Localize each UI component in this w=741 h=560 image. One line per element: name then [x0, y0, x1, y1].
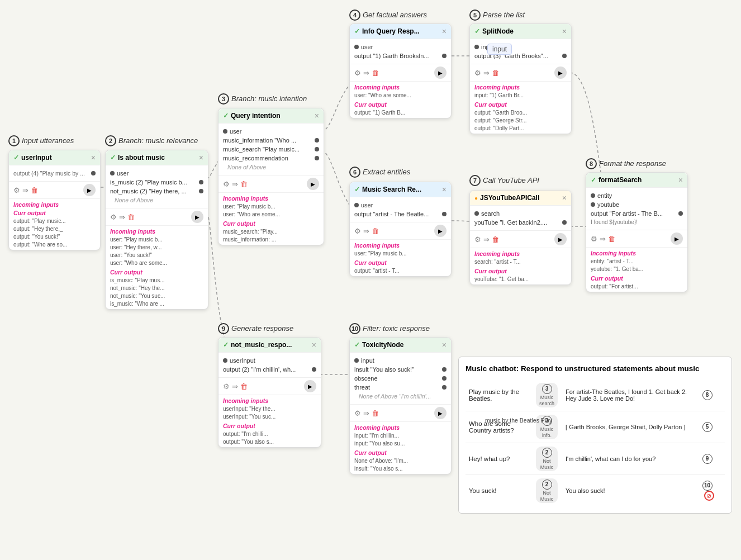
- step-6-label: 6Extract entities: [349, 167, 410, 178]
- close-btn-3[interactable]: ×: [315, 112, 319, 120]
- output-row: output (4) "Play music by ...: [13, 169, 96, 178]
- node-user-input: ✓ userInput × output (4) "Play music by …: [8, 150, 101, 250]
- branch-icon-7[interactable]: ⇒: [483, 235, 490, 244]
- node-title-split: SplitNode: [482, 27, 514, 35]
- bot-response-1: For artist-The Beatles, I found 1. Get b…: [566, 388, 687, 402]
- node-title-query: Query intention: [231, 112, 281, 120]
- close-button[interactable]: ×: [91, 154, 96, 162]
- play-btn-9[interactable]: ▶: [304, 380, 316, 392]
- step-num-8: 8: [699, 379, 725, 411]
- close-btn-6[interactable]: ×: [442, 186, 446, 193]
- settings-icon-3[interactable]: ⚙: [223, 180, 230, 188]
- play-button[interactable]: ▶: [83, 184, 96, 196]
- node-header-toxicity: ✓ ToxicityNode ×: [350, 338, 451, 353]
- step-num-5: 5: [699, 411, 725, 443]
- bot-response-3: I'm chillin', what can I do for you?: [566, 455, 656, 462]
- play-btn-6[interactable]: ▶: [434, 225, 446, 237]
- step-1-label: 1Input utterances: [8, 135, 74, 146]
- delete-icon-2[interactable]: 🗑: [127, 213, 135, 221]
- music-beatles-label: music by the Beatles Play: [485, 416, 552, 425]
- settings-icon-9[interactable]: ⚙: [223, 382, 230, 391]
- branch-icon-2[interactable]: ⇒: [119, 213, 125, 221]
- chatbot-title: Music chatbot: Respond to unstructured s…: [466, 364, 725, 374]
- close-btn-7[interactable]: ×: [562, 194, 567, 202]
- node-not-music-resp: ✓ not_music_respo... × userInput output …: [218, 337, 321, 448]
- node-toxicity: ✓ ToxicityNode × input insult "You also …: [349, 337, 452, 474]
- user-msg-1: Play music by the Beatles.: [466, 379, 533, 411]
- delete-icon-6[interactable]: 🗑: [372, 227, 379, 235]
- play-btn-10[interactable]: ▶: [434, 407, 446, 419]
- play-btn-5[interactable]: ▶: [554, 67, 567, 79]
- step-3-label: 3Branch: music intention: [218, 93, 307, 105]
- node-info-query: ✓ Info Query Resp... × user output "1) G…: [349, 23, 452, 118]
- node-header-query: ✓ Query intention ×: [218, 108, 324, 124]
- branch-icon-10[interactable]: ⇒: [363, 409, 369, 417]
- branch-icon-6[interactable]: ⇒: [363, 227, 369, 235]
- toolbar-8: ⚙ ⇒ 🗑 ▶: [586, 230, 687, 247]
- step-badge-3: 2 NotMusic: [533, 443, 561, 474]
- branch-icon[interactable]: ⇒: [22, 186, 28, 194]
- node-title-youtube: JSYouTubeAPICall: [480, 194, 539, 202]
- node-header-split: ✓ SplitNode ×: [470, 24, 571, 39]
- step-9-label: 9Generate response: [218, 323, 293, 334]
- settings-icon-4[interactable]: ⚙: [354, 69, 361, 77]
- delete-icon[interactable]: 🗑: [31, 186, 38, 194]
- node-title-music-search: Music Search Re...: [362, 186, 421, 193]
- toolbar-7: ⚙ ⇒ 🗑 ▶: [470, 230, 571, 248]
- settings-icon-8[interactable]: ⚙: [591, 235, 597, 243]
- play-btn-8[interactable]: ▶: [671, 232, 683, 245]
- check-icon-5: ✓: [474, 27, 480, 35]
- step-7-label: 7Call YouTube API: [469, 175, 539, 186]
- node-header-music-search: ✓ Music Search Re... ×: [350, 182, 451, 197]
- delete-icon-4[interactable]: 🗑: [372, 69, 379, 77]
- step-10-label: 10Filter: toxic response: [349, 323, 430, 334]
- check-icon-8: ✓: [591, 176, 596, 184]
- branch-icon-8[interactable]: ⇒: [600, 235, 606, 243]
- toolbar-5: ⚙ ⇒ 🗑 ▶: [470, 64, 571, 81]
- settings-icon-6[interactable]: ⚙: [354, 227, 361, 235]
- close-btn-4[interactable]: ×: [442, 27, 446, 35]
- play-btn-4[interactable]: ▶: [434, 67, 446, 79]
- close-btn-8[interactable]: ×: [678, 176, 683, 184]
- play-btn-2[interactable]: ▶: [191, 211, 203, 223]
- branch-icon-3[interactable]: ⇒: [232, 180, 238, 188]
- node-header-youtube: ● JSYouTubeAPICall ×: [470, 191, 571, 206]
- chatbot-panel: Music chatbot: Respond to unstructured s…: [458, 357, 732, 514]
- close-btn-9[interactable]: ×: [312, 341, 316, 349]
- close-btn-2[interactable]: ×: [199, 154, 203, 162]
- delete-icon-7[interactable]: 🗑: [492, 235, 499, 244]
- settings-icon-5[interactable]: ⚙: [474, 69, 481, 77]
- check-icon-3: ✓: [223, 112, 229, 120]
- settings-icon-10[interactable]: ⚙: [354, 409, 361, 417]
- delete-icon-8[interactable]: 🗑: [608, 235, 615, 243]
- toolbar: ⚙ ⇒ 🗑 ▶: [9, 181, 100, 198]
- play-btn-7[interactable]: ▶: [554, 233, 567, 245]
- step-badge-2: 3 Musicinfo.: [533, 411, 561, 443]
- node-header-user-input: ✓ userInput ×: [9, 150, 100, 165]
- toolbar-3: ⚙ ⇒ 🗑 ▶: [218, 175, 324, 192]
- chat-row-1: Play music by the Beatles. 3 Musicsearch…: [466, 379, 725, 411]
- node-query-intention: ✓ Query intention × user music_informati…: [218, 108, 324, 245]
- delete-icon-5[interactable]: 🗑: [492, 69, 499, 77]
- input-label: input: [487, 44, 512, 55]
- step-num-9: 9: [699, 443, 725, 474]
- play-btn-3[interactable]: ▶: [307, 178, 319, 190]
- step-5-label: 5Parse the list: [469, 10, 525, 21]
- close-btn-10[interactable]: ×: [442, 341, 446, 349]
- branch-icon-4[interactable]: ⇒: [363, 69, 369, 77]
- node-title-music: Is about music: [118, 154, 165, 162]
- delete-icon-3[interactable]: 🗑: [240, 180, 248, 188]
- toolbar-2: ⚙ ⇒ 🗑 ▶: [106, 208, 208, 225]
- node-title-not-music: not_music_respo...: [231, 341, 292, 349]
- node-title-toxicity: ToxicityNode: [362, 341, 403, 349]
- close-btn-5[interactable]: ×: [562, 27, 567, 35]
- settings-icon-2[interactable]: ⚙: [110, 213, 117, 221]
- toolbar-4: ⚙ ⇒ 🗑 ▶: [350, 64, 451, 81]
- blocked-icon: ⊘: [704, 491, 714, 501]
- settings-icon[interactable]: ⚙: [13, 186, 20, 194]
- branch-icon-9[interactable]: ⇒: [232, 382, 238, 391]
- branch-icon-5[interactable]: ⇒: [483, 69, 490, 77]
- delete-icon-9[interactable]: 🗑: [240, 382, 248, 391]
- delete-icon-10[interactable]: 🗑: [372, 409, 379, 417]
- settings-icon-7[interactable]: ⚙: [474, 235, 481, 244]
